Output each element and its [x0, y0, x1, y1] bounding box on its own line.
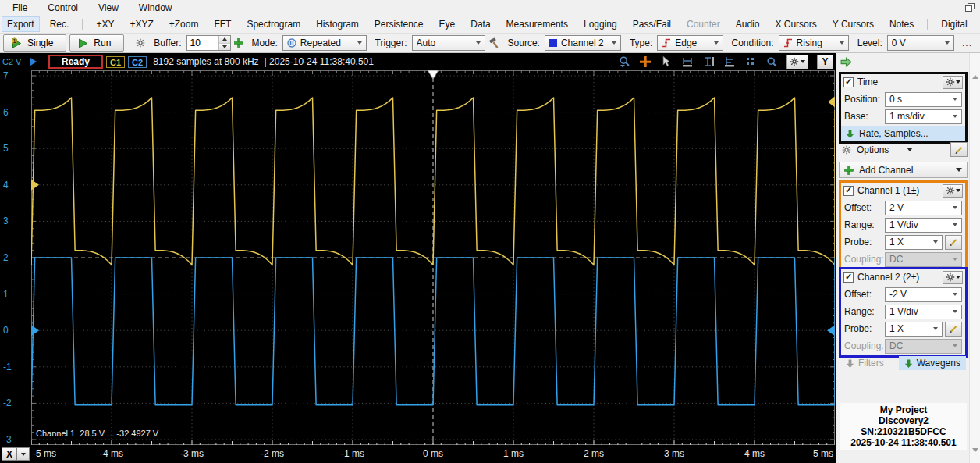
toolbar-overflow-button[interactable]: ... — [957, 37, 977, 48]
menu-item-control[interactable]: Control — [40, 1, 86, 15]
x-axis-dropdown-button[interactable] — [17, 447, 30, 461]
add-cursor-icon[interactable] — [639, 55, 652, 68]
channel1-probe-edit-button[interactable] — [945, 235, 962, 250]
tab-fft[interactable]: FFT — [208, 16, 236, 32]
plot-settings-button[interactable] — [786, 55, 808, 69]
time-checkbox[interactable] — [843, 77, 854, 87]
channel1-offset-select[interactable]: 2 V — [885, 201, 962, 215]
tab-rec[interactable]: Rec. — [44, 16, 75, 32]
buffer-input[interactable] — [187, 36, 218, 50]
trigger-level-marker[interactable] — [827, 325, 835, 336]
buffer-decrement-button[interactable] — [219, 44, 230, 51]
tab-x-cursors[interactable]: X Cursors — [769, 16, 822, 32]
rate-samples-link[interactable]: Rate, Samples... — [841, 126, 965, 141]
level-measure-icon[interactable] — [723, 55, 736, 68]
tab-xy[interactable]: +XY — [91, 16, 119, 32]
filters-button[interactable]: Filters — [840, 356, 889, 370]
tab-persistence[interactable]: Persistence — [369, 16, 429, 32]
x-axis-label: 1 ms — [503, 448, 524, 459]
trigger-position-marker[interactable] — [428, 70, 439, 79]
channel2-offset-marker[interactable] — [31, 325, 39, 336]
show-panel-arrow-icon[interactable] — [840, 57, 852, 67]
pencil-icon — [949, 237, 958, 247]
menu-item-file[interactable]: File — [5, 1, 35, 15]
wavegens-button[interactable]: Wavegens — [899, 356, 966, 370]
trigger-mode-select[interactable]: Auto — [412, 35, 485, 51]
tab-y-cursors[interactable]: Y Cursors — [827, 16, 879, 32]
tab-separator — [927, 19, 928, 30]
channel2-probe-edit-button[interactable] — [945, 322, 962, 337]
tab-logging[interactable]: Logging — [578, 16, 623, 32]
device-name: Discovery2 — [840, 415, 967, 426]
menu-item-window[interactable]: Window — [131, 1, 180, 15]
range-value: 1 V/div — [889, 219, 918, 230]
zoom-mode-icon[interactable] — [765, 55, 778, 68]
acquisition-status: Ready — [48, 55, 103, 69]
vertical-measure-icon[interactable] — [702, 55, 715, 68]
tab-pass-fail[interactable]: Pass/Fail — [627, 16, 676, 32]
channel2-probe-select[interactable]: 1 X — [885, 322, 943, 337]
scope-area: C2 V Ready C1 C2 8192 samples at 800 kHz… — [0, 53, 836, 463]
channel1-settings-button[interactable] — [943, 184, 963, 198]
channel1-probe-select[interactable]: 1 X — [885, 235, 943, 250]
channel1-checkbox[interactable] — [843, 186, 854, 196]
x-axis-button[interactable]: X — [2, 447, 17, 461]
zoom-fit-icon[interactable] — [618, 55, 630, 68]
time-settings-button[interactable] — [943, 76, 963, 89]
trigger-hammer-icon[interactable] — [488, 37, 499, 48]
acquisition-gear-icon[interactable] — [136, 38, 145, 48]
options-button[interactable]: Options — [839, 143, 948, 157]
tab-zoom[interactable]: +Zoom — [164, 16, 204, 32]
tab-notes[interactable]: Notes — [884, 16, 919, 32]
pointer-mode-icon[interactable] — [660, 55, 673, 68]
channel2-range-select[interactable]: 1 V/div — [885, 305, 962, 319]
add-channel-button[interactable]: Add Channel — [839, 162, 968, 178]
time-position-select[interactable]: 0 s — [885, 92, 962, 107]
mode-value: Repeated — [300, 37, 341, 48]
horizontal-measure-icon[interactable] — [681, 55, 694, 68]
condition-label: Condition: — [732, 37, 774, 48]
tab-eye[interactable]: Eye — [434, 16, 461, 32]
channel2-badge[interactable]: C2 — [128, 56, 147, 68]
panel-scrollbar[interactable] — [969, 53, 980, 463]
condition-value: Rising — [797, 37, 822, 48]
tab-xyz[interactable]: +XYZ — [124, 16, 158, 32]
channel1-range-select[interactable]: 1 V/div — [885, 218, 962, 233]
channel1-section: Channel 1 (1±) Offset: 2 V Range: — [839, 180, 968, 271]
single-button[interactable]: 1 Single — [3, 34, 66, 52]
trigger-level-select[interactable]: 0 V — [887, 35, 954, 51]
notes-edit-button[interactable] — [950, 142, 968, 157]
channel1-offset-marker[interactable] — [31, 180, 39, 191]
y-axis-label: 3 — [3, 215, 9, 227]
channel2-checkbox[interactable] — [843, 272, 854, 283]
tab-spectrogram[interactable]: Spectrogram — [241, 16, 306, 32]
scope-plot[interactable]: Channel 1 28.5 V ... -32.4927 V Channel … — [31, 70, 835, 445]
trigger-condition-select[interactable]: Rising — [779, 35, 849, 51]
trigger-type-select[interactable]: Edge — [657, 35, 723, 51]
channel1-title: Channel 1 (1±) — [858, 185, 919, 196]
add-acquisition-icon[interactable] — [234, 38, 243, 48]
restore-window-button[interactable] — [965, 3, 975, 12]
vertical-axis-channel-select[interactable]: C2 V — [0, 57, 30, 66]
scroll-down-icon[interactable] — [972, 448, 978, 452]
time-base-select[interactable]: 1 ms/div — [885, 109, 962, 124]
expand-arrow-icon[interactable] — [30, 57, 37, 66]
tab-histogram[interactable]: Histogram — [311, 16, 364, 32]
scroll-up-icon[interactable] — [972, 75, 978, 79]
y-axis-button[interactable]: Y — [817, 55, 833, 69]
run-button[interactable]: Run — [69, 34, 124, 52]
tab-measurements[interactable]: Measurements — [501, 16, 573, 32]
tab-data[interactable]: Data — [465, 16, 495, 32]
channel2-settings-button[interactable] — [943, 271, 963, 284]
channel1-badge[interactable]: C1 — [106, 56, 125, 68]
channel2-offset-select[interactable]: -2 V — [885, 287, 962, 302]
trigger-source-select[interactable]: Channel 2 — [545, 35, 621, 51]
tab-export[interactable]: Export — [2, 16, 40, 32]
probe-value: 1 X — [889, 237, 904, 248]
tab-digital[interactable]: Digital — [936, 16, 972, 32]
tab-audio[interactable]: Audio — [730, 16, 765, 32]
menu-item-view[interactable]: View — [91, 1, 126, 15]
cursors-1234-icon[interactable] — [744, 55, 757, 68]
mode-select[interactable]: Repeated — [282, 35, 367, 51]
buffer-increment-button[interactable] — [219, 36, 230, 44]
